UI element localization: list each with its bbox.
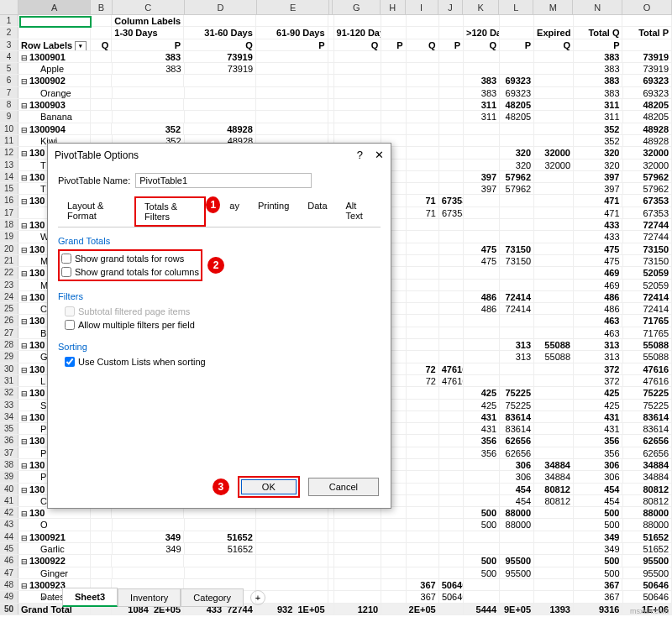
cell[interactable]: 48928 [623, 135, 673, 146]
cell[interactable] [113, 567, 185, 578]
tab-totals-filters[interactable]: Totals & Filters [134, 196, 206, 227]
cell[interactable] [439, 495, 464, 506]
collapse-icon[interactable]: ⊟ [21, 462, 28, 470]
cell[interactable] [381, 99, 406, 110]
cell[interactable]: 69323 [500, 87, 534, 98]
cell[interactable] [439, 135, 464, 146]
row-header[interactable]: 2 [0, 27, 18, 38]
row-header[interactable]: 22 [0, 267, 18, 278]
cell[interactable]: 383 [464, 75, 500, 86]
cell[interactable] [407, 111, 439, 122]
col-header-d[interactable]: D [185, 0, 257, 14]
row-header[interactable]: 31 [0, 375, 18, 386]
cell[interactable] [256, 519, 328, 530]
cell[interactable] [534, 543, 574, 554]
cell[interactable] [334, 111, 382, 122]
cell[interactable]: 67353 [439, 195, 464, 206]
cell[interactable] [334, 555, 382, 566]
cell[interactable] [534, 171, 574, 182]
allow-multiple-filters-checkbox[interactable] [65, 320, 75, 330]
row-header[interactable]: 34 [0, 411, 18, 422]
select-all-corner[interactable] [0, 0, 18, 14]
cell[interactable]: 73919 [184, 51, 256, 62]
next-sheet-icon[interactable]: ▸ [50, 592, 55, 603]
cell[interactable] [407, 231, 439, 242]
cell[interactable]: 431 [574, 411, 623, 422]
cell[interactable]: 500 [464, 555, 500, 566]
cell[interactable] [113, 87, 185, 98]
collapse-icon[interactable]: ⊟ [21, 366, 28, 374]
cell[interactable] [185, 87, 257, 98]
cell[interactable]: 320 [500, 159, 534, 170]
row-header[interactable]: 29 [0, 351, 18, 362]
cell[interactable] [439, 75, 464, 86]
cell[interactable] [91, 99, 112, 110]
cell[interactable]: 320 [574, 159, 623, 170]
cell[interactable] [91, 63, 112, 74]
cell[interactable] [381, 567, 406, 578]
cell[interactable] [439, 303, 464, 314]
cell[interactable]: 500 [574, 555, 623, 566]
cell[interactable] [534, 219, 574, 230]
cell[interactable]: 397 [464, 171, 500, 182]
cell[interactable] [534, 63, 574, 74]
cell[interactable]: 80812 [623, 495, 673, 506]
cell[interactable]: 48205 [500, 111, 534, 122]
cell[interactable] [534, 183, 574, 194]
dialog-titlebar[interactable]: PivotTable Options ? ✕ [48, 144, 391, 166]
cell[interactable] [500, 231, 534, 242]
cell[interactable]: 75225 [500, 400, 534, 410]
cell[interactable] [256, 531, 328, 542]
cell[interactable]: 51652 [622, 531, 672, 542]
ok-button[interactable]: OK [241, 479, 297, 494]
dropdown-icon[interactable]: ▾ [75, 41, 87, 50]
cell[interactable] [464, 159, 500, 170]
cell[interactable] [407, 351, 439, 362]
cell[interactable] [407, 291, 439, 302]
cell[interactable]: 72 [407, 375, 439, 386]
row-header[interactable]: 32 [0, 387, 18, 398]
cell[interactable]: 71765 [622, 315, 672, 326]
row-header[interactable]: 15 [0, 183, 18, 194]
cell[interactable]: 50646 [439, 591, 464, 602]
cell[interactable]: 75225 [623, 400, 673, 410]
cell[interactable]: 69323 [500, 75, 534, 86]
cell[interactable] [381, 123, 406, 134]
cell[interactable]: Orange [18, 87, 91, 98]
cell[interactable]: ⊟1300904 [18, 123, 91, 134]
cell[interactable] [439, 315, 464, 326]
cell[interactable] [407, 567, 439, 578]
row-header[interactable]: 50 [0, 604, 18, 614]
cell[interactable] [407, 531, 439, 542]
collapse-icon[interactable]: ⊟ [21, 246, 28, 254]
cell[interactable]: 383 [113, 63, 185, 74]
cell[interactable]: 500 [574, 507, 623, 518]
cell[interactable] [112, 75, 184, 86]
cell[interactable] [439, 507, 464, 518]
cell[interactable]: 80812 [534, 495, 574, 506]
cell[interactable] [464, 591, 500, 602]
cell[interactable]: 397 [574, 171, 623, 182]
cell[interactable]: 72744 [623, 231, 673, 242]
cell[interactable] [328, 63, 334, 74]
cell[interactable] [407, 471, 439, 482]
cell[interactable] [256, 123, 328, 134]
col-header-a[interactable]: A [18, 0, 91, 14]
cell[interactable] [407, 123, 439, 134]
row-header[interactable]: 26 [0, 315, 18, 326]
cell[interactable]: 500 [464, 519, 500, 530]
collapse-icon[interactable]: ⊟ [21, 269, 28, 278]
col-header-o[interactable]: O [622, 0, 672, 14]
cell[interactable]: 356 [574, 447, 623, 458]
row-header[interactable]: 48 [0, 579, 18, 590]
add-sheet-icon[interactable]: + [250, 590, 265, 605]
cell[interactable]: 47616 [623, 375, 673, 386]
cell[interactable] [500, 207, 534, 218]
cell[interactable]: 73150 [622, 243, 672, 254]
row-header[interactable]: 24 [0, 291, 18, 302]
cell[interactable] [439, 471, 464, 482]
cell[interactable] [91, 111, 112, 122]
cell[interactable] [534, 255, 574, 266]
cell[interactable]: 95500 [500, 567, 534, 578]
cell[interactable]: 306 [500, 459, 534, 470]
